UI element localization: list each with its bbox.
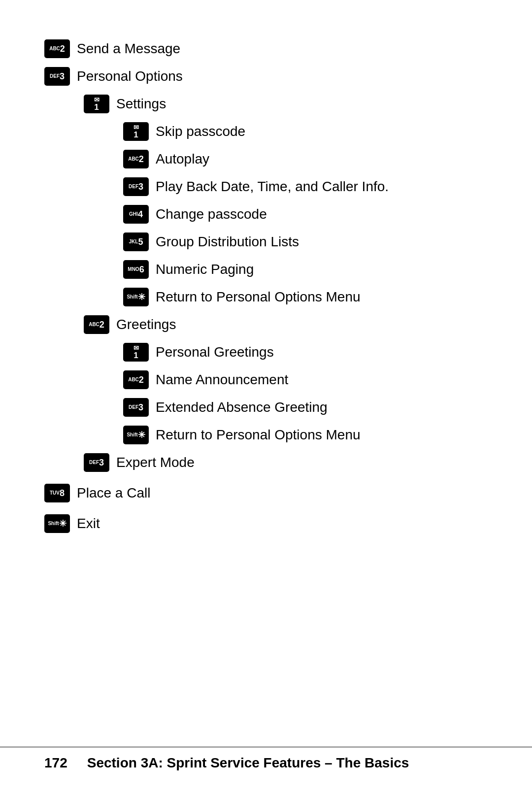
item-text: Personal Greetings [156,343,274,361]
item-text: Change passcode [156,205,267,223]
item-text: Skip passcode [156,123,245,140]
item-text: Personal Options [77,67,183,85]
key-badge-star-ret2: Shift ✳ [123,426,149,444]
item-text: Greetings [116,316,176,333]
page-content: ABC 2 Send a Message DEF 3 Personal Opti… [0,0,532,581]
list-item: Shift ✳ Return to Personal Options Menu [44,288,488,306]
item-text: Expert Mode [116,454,195,471]
list-item: ABC 2 Send a Message [44,39,488,58]
key-badge-env1-skip: ✉ 1 [123,122,149,141]
list-item: Shift ✳ Return to Personal Options Menu [44,426,488,444]
item-text: Return to Personal Options Menu [156,426,361,444]
item-text: Exit [77,515,100,532]
key-badge-def3: DEF 3 [44,67,70,86]
page-footer: 172 Section 3A: Sprint Service Features … [0,747,532,771]
key-badge-abc2-name: ABC 2 [123,370,149,389]
key-badge-def3-ext: DEF 3 [123,398,149,417]
item-text: Settings [116,95,166,113]
list-item: Shift ✳ Exit [44,514,488,533]
item-text: Autoplay [156,150,209,168]
list-item: TUV 8 Place a Call [44,484,488,502]
list-item: ✉ 1 Settings [44,95,488,113]
key-badge-jkl5: JKL 5 [123,233,149,251]
list-item: ABC 2 Name Announcement [44,370,488,389]
key-badge-mno6: MNO 6 [123,260,149,279]
list-item: MNO 6 Numeric Paging [44,260,488,279]
key-badge-abc2-auto: ABC 2 [123,150,149,168]
list-item: ABC 2 Greetings [44,315,488,334]
item-text: Name Announcement [156,371,288,389]
key-badge-abc2: ABC 2 [44,39,70,58]
list-item: ✉ 1 Personal Greetings [44,343,488,362]
item-text: Play Back Date, Time, and Caller Info. [156,178,389,196]
list-item: DEF 3 Extended Absence Greeting [44,398,488,417]
key-badge-env1-pg: ✉ 1 [123,343,149,362]
item-text: Numeric Paging [156,261,254,278]
key-badge-star-ret1: Shift ✳ [123,288,149,306]
list-item: ✉ 1 Skip passcode [44,122,488,141]
page-number: 172 [44,747,67,771]
key-badge-env1: ✉ 1 [84,95,109,113]
item-text: Group Distribution Lists [156,233,299,251]
item-text: Send a Message [77,40,180,58]
item-text: Place a Call [77,484,150,502]
list-item: DEF 3 Play Back Date, Time, and Caller I… [44,177,488,196]
menu-list: ABC 2 Send a Message DEF 3 Personal Opti… [44,39,488,533]
key-badge-star-exit: Shift ✳ [44,514,70,533]
section-title: Section 3A: Sprint Service Features – Th… [87,747,409,771]
key-badge-tuv8: TUV 8 [44,484,70,502]
key-badge-ghi4: GHI 4 [123,205,149,224]
list-item: GHI 4 Change passcode [44,205,488,224]
list-item: DEF 3 Expert Mode [44,453,488,472]
extended-absence-greeting-text: Extended Absence Greeting [156,399,328,416]
list-item: JKL 5 Group Distribution Lists [44,233,488,251]
list-item: DEF 3 Personal Options [44,67,488,86]
key-badge-def3-expert: DEF 3 [84,453,109,472]
item-text: Return to Personal Options Menu [156,288,361,306]
key-badge-abc2-greet: ABC 2 [84,315,109,334]
key-badge-def3-play: DEF 3 [123,177,149,196]
list-item: ABC 2 Autoplay [44,150,488,168]
